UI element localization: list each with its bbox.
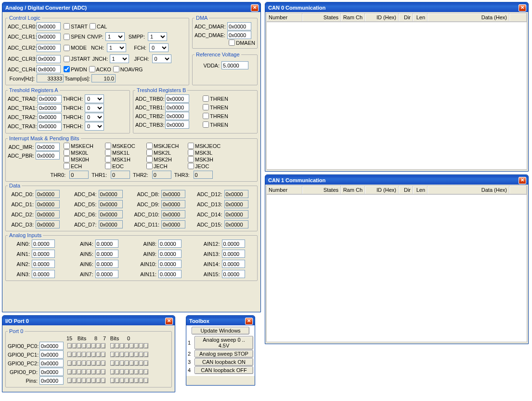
can1-list[interactable] — [266, 195, 527, 342]
msk-checkbox[interactable]: MSK1L — [105, 149, 143, 156]
fch-select[interactable]: 0 — [149, 43, 169, 52]
close-icon[interactable]: ✕ — [519, 177, 526, 184]
vdda-field[interactable] — [221, 61, 248, 69]
msk-checkbox[interactable]: MSK1H — [105, 156, 143, 162]
col-header[interactable] — [509, 13, 527, 22]
clr-field[interactable] — [37, 22, 61, 30]
ain-field[interactable] — [95, 250, 118, 258]
ain-field[interactable] — [222, 270, 245, 278]
bit-array[interactable] — [67, 343, 105, 348]
msk-checkbox[interactable]: MSK2L — [146, 149, 185, 156]
clr-field[interactable] — [37, 65, 61, 73]
ain-field[interactable] — [222, 240, 245, 248]
toolbox-button[interactable]: CAN loopback OFF — [195, 366, 253, 374]
can0-list[interactable] — [266, 22, 527, 170]
col-header[interactable]: Dir — [399, 13, 413, 22]
bit-array[interactable] — [110, 369, 148, 374]
bit-array[interactable] — [67, 361, 105, 366]
ain-field[interactable] — [158, 250, 182, 258]
ain-field[interactable] — [95, 270, 118, 278]
tra-field[interactable] — [38, 122, 62, 131]
bit-array[interactable] — [67, 352, 105, 357]
clr-field[interactable] — [37, 55, 61, 63]
msk-checkbox[interactable]: JEOC — [188, 163, 226, 169]
nch-select[interactable]: 1 — [107, 43, 126, 52]
bit-array[interactable] — [110, 352, 148, 357]
col-header[interactable]: ID (Hex) — [365, 186, 399, 194]
mode-checkbox[interactable]: MODE — [64, 45, 87, 51]
col-header[interactable]: Ram Ch — [341, 13, 365, 22]
cal-checkbox[interactable]: CAL — [90, 23, 107, 29]
close-icon[interactable]: ✕ — [251, 4, 259, 12]
ain-field[interactable] — [32, 240, 55, 248]
bit-array[interactable] — [110, 378, 148, 383]
thren-checkbox[interactable]: THREN — [203, 95, 228, 102]
msk-checkbox[interactable]: MSKJECH — [146, 143, 185, 149]
thrch-select[interactable]: 0 — [85, 104, 104, 112]
toolbox-button[interactable]: Analog sweep STOP — [195, 350, 253, 358]
msk-checkbox[interactable]: MSK2H — [146, 156, 185, 162]
thren-checkbox[interactable]: THREN — [203, 104, 228, 110]
col-header[interactable]: Ram Ch — [341, 186, 365, 194]
trb-field[interactable] — [165, 94, 189, 103]
thrch-select[interactable]: 0 — [85, 94, 104, 103]
ain-field[interactable] — [95, 240, 118, 248]
jfch-select[interactable]: 0 — [152, 54, 171, 63]
tra-field[interactable] — [38, 113, 62, 121]
dmaen-checkbox[interactable]: DMAEN — [229, 40, 255, 46]
msk-checkbox[interactable]: MSKJEOC — [188, 143, 226, 149]
thren-checkbox[interactable]: THREN — [203, 121, 228, 128]
bit-array[interactable] — [110, 343, 148, 348]
trb-field[interactable] — [165, 103, 189, 111]
msk-checkbox[interactable]: MSK3L — [188, 149, 226, 156]
jnch-select[interactable]: 1 — [110, 54, 129, 63]
dmae-field[interactable] — [227, 31, 251, 39]
col-header[interactable]: Dir — [399, 186, 413, 194]
ain-field[interactable] — [222, 260, 245, 268]
msk-checkbox[interactable]: MSK0H — [64, 156, 102, 162]
adc-titlebar[interactable]: Analog / Digital Converter (ADC) ✕ — [2, 2, 260, 12]
col-header[interactable]: ID (Hex) — [365, 13, 399, 22]
noavrg-checkbox[interactable]: NOAVRG — [113, 66, 143, 72]
thrch-select[interactable]: 0 — [85, 113, 104, 121]
toolbox-button[interactable]: Analog sweep 0 .. 4.5V — [195, 336, 253, 349]
can0-titlebar[interactable]: CAN 0 Communication ✕ — [265, 2, 528, 12]
ain-field[interactable] — [95, 260, 118, 268]
bit-array[interactable] — [67, 369, 105, 374]
bit-array[interactable] — [110, 361, 148, 366]
toolbox-button[interactable]: CAN loopback ON — [195, 358, 253, 366]
close-icon[interactable]: ✕ — [519, 4, 526, 12]
smpp-select[interactable]: 1 — [148, 32, 167, 41]
thren-checkbox[interactable]: THREN — [203, 113, 228, 119]
msk-checkbox[interactable]: MSKEOC — [105, 143, 143, 149]
close-icon[interactable]: ✕ — [245, 318, 253, 325]
imr-field[interactable] — [36, 143, 60, 151]
col-header[interactable]: Data (Hex) — [428, 186, 509, 194]
trb-field[interactable] — [165, 120, 189, 129]
io-field[interactable] — [39, 368, 64, 376]
msk-checkbox[interactable]: MSK3H — [188, 156, 226, 162]
jstart-checkbox[interactable]: JSTART — [64, 56, 91, 62]
dmar-field[interactable] — [227, 22, 251, 30]
io-titlebar[interactable]: I/O Port 0 ✕ — [2, 316, 175, 325]
col-header[interactable]: Data (Hex) — [428, 13, 509, 22]
clr-field[interactable] — [37, 33, 61, 41]
spen-checkbox[interactable]: SPEN — [64, 34, 85, 40]
col-header[interactable] — [509, 186, 527, 194]
acko-checkbox[interactable]: ACKO — [89, 66, 111, 72]
ain-field[interactable] — [32, 250, 55, 258]
cnvp-select[interactable]: 1 — [105, 32, 125, 41]
col-header[interactable]: States — [302, 186, 341, 194]
msk-checkbox[interactable]: EOC — [105, 163, 143, 169]
start-checkbox[interactable]: START — [64, 23, 88, 29]
tra-field[interactable] — [38, 95, 62, 103]
pwdn-checkbox[interactable]: PWDN — [64, 66, 87, 72]
thrch-select[interactable]: 0 — [85, 122, 104, 131]
update-windows-button[interactable]: Update Windows — [192, 327, 249, 334]
io-field[interactable] — [39, 350, 64, 359]
col-header[interactable]: Number — [267, 13, 302, 22]
toolbox-titlebar[interactable]: Toolbox ✕ — [186, 316, 255, 325]
msk-checkbox[interactable]: ECH — [64, 163, 102, 169]
msk-checkbox[interactable]: MSKECH — [64, 143, 102, 149]
pbr-field[interactable] — [36, 151, 60, 160]
